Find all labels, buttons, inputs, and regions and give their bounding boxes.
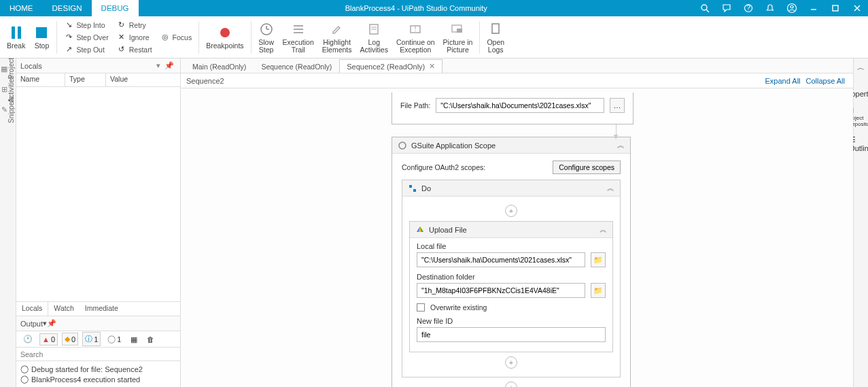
collapse-icon[interactable]: ︽ <box>600 224 607 235</box>
output-pin-icon[interactable]: 📌 <box>47 319 56 328</box>
browse-button[interactable]: … <box>610 98 625 113</box>
tab-design[interactable]: DESIGN <box>43 0 92 16</box>
col-type[interactable]: Type <box>65 73 106 86</box>
log-line[interactable]: ◯BlankProcess4 execution started <box>20 374 176 384</box>
filepath-input[interactable] <box>436 98 604 113</box>
locals-pin-icon[interactable]: 📌 <box>162 61 176 70</box>
btab-immediate[interactable]: Immediate <box>80 302 124 316</box>
break-button[interactable]: Break <box>3 18 29 57</box>
breakpoint-icon <box>217 24 233 41</box>
clock-icon <box>258 21 275 37</box>
trace-filter[interactable]: ◯1 <box>105 333 124 346</box>
add-activity-button[interactable]: + <box>505 205 517 217</box>
excel-scope-card[interactable]: File Path: … <box>392 92 633 124</box>
restart-button[interactable]: ↺Restart <box>113 44 156 56</box>
doc-tab-sequence2[interactable]: Sequence2 (ReadOnly)✕ <box>339 59 442 73</box>
canvas[interactable]: File Path: … GSuite Application Scope ︽ <box>181 88 853 387</box>
focus-button[interactable]: ◎Focus <box>156 31 196 44</box>
new-file-id-input[interactable] <box>417 327 606 342</box>
grid-view[interactable]: ▦ <box>128 333 140 346</box>
project-rail[interactable]: ▦Project <box>2 63 14 75</box>
restart-icon: ↺ <box>117 45 126 54</box>
doc-tab-sequence[interactable]: Sequence (ReadOnly) <box>254 60 339 73</box>
exception-icon: ! <box>407 21 423 37</box>
breakpoints-button[interactable]: Breakpoints <box>202 18 247 57</box>
add-activity-button[interactable]: + <box>505 356 517 369</box>
overwrite-checkbox[interactable] <box>417 303 425 312</box>
gsuite-scope-card[interactable]: GSuite Application Scope ︽ Configure OAu… <box>392 137 631 387</box>
step-out-button[interactable]: ↗Step Out <box>60 44 112 56</box>
log-activities-button[interactable]: Log Activities <box>356 18 392 57</box>
svg-rect-26 <box>457 29 462 33</box>
warn-filter[interactable]: ◆0 <box>62 333 78 346</box>
collapse-icon[interactable]: ︽ <box>607 183 614 193</box>
snippets-rail[interactable]: ✎Snippets <box>2 103 14 116</box>
user-icon[interactable] <box>781 0 803 16</box>
execution-trail-button[interactable]: Execution Trail <box>279 18 318 57</box>
maximize-button[interactable] <box>824 0 846 16</box>
file-icon <box>487 21 504 37</box>
help-icon[interactable]: ? <box>737 0 759 16</box>
btab-watch[interactable]: Watch <box>48 302 79 316</box>
col-name[interactable]: Name <box>16 73 65 86</box>
crumb-text[interactable]: Sequence2 <box>186 77 224 85</box>
continue-exception-button[interactable]: !Continue on Exception <box>392 18 439 57</box>
search-icon[interactable] <box>694 0 716 16</box>
retry-button[interactable]: ↻Retry <box>113 19 156 31</box>
clear-output[interactable]: 🗑 <box>144 333 157 346</box>
upload-file-card[interactable]: Upload File ︽ Local file 📁 <box>409 221 613 352</box>
pip-icon <box>449 21 466 37</box>
activities-rail[interactable]: ⊞Activities <box>2 83 14 95</box>
info-filter[interactable]: ⓘ1 <box>82 332 101 346</box>
tab-debug[interactable]: DEBUG <box>92 0 139 16</box>
output-log: ◯Debug started for file: Sequence2 ◯Blan… <box>16 361 180 387</box>
dest-folder-input[interactable] <box>417 283 585 298</box>
tab-home[interactable]: HOME <box>0 0 43 16</box>
expand-all[interactable]: Expand All <box>763 77 803 85</box>
ignore-button[interactable]: ✕Ignore <box>113 31 156 44</box>
svg-text:?: ? <box>746 3 750 12</box>
collapse-icon[interactable]: ︽ <box>617 140 625 150</box>
breadcrumb: Sequence2 Expand All Collapse All <box>181 73 853 88</box>
slow-step-button[interactable]: Slow Step <box>254 18 279 57</box>
right-rail: ︿ ⚙Properties ⊞Object Repository ☰Outlin… <box>853 58 868 387</box>
minimize-button[interactable] <box>803 0 824 16</box>
time-filter[interactable]: 🕐 <box>20 333 35 346</box>
svg-point-13 <box>220 28 230 37</box>
svg-point-28 <box>399 142 406 149</box>
stop-button[interactable]: Stop <box>29 18 54 57</box>
error-filter[interactable]: ▲0 <box>39 333 58 346</box>
picture-in-picture-button[interactable]: Picture in Picture <box>439 18 477 57</box>
configure-scopes-button[interactable]: Configure scopes <box>553 161 621 174</box>
svg-rect-11 <box>18 27 21 39</box>
notification-icon[interactable] <box>759 0 781 16</box>
locals-columns: Name Type Value <box>16 73 180 87</box>
svg-text:!: ! <box>415 24 417 33</box>
output-title: Output <box>20 320 43 328</box>
svg-rect-7 <box>833 5 838 11</box>
highlight-elements-button[interactable]: Highlight Elements <box>318 18 356 57</box>
step-into-button[interactable]: ↘Step Into <box>60 19 112 31</box>
doc-tab-main[interactable]: Main (ReadOnly) <box>185 60 254 73</box>
browse-folder-button[interactable]: 📁 <box>591 283 606 298</box>
locals-dropdown[interactable]: ▾ <box>154 61 162 70</box>
feedback-icon[interactable] <box>716 0 737 16</box>
col-value[interactable]: Value <box>106 73 180 86</box>
browse-folder-button[interactable]: 📁 <box>591 252 606 267</box>
open-logs-button[interactable]: Open Logs <box>483 18 508 57</box>
stop-icon <box>33 24 50 41</box>
log-line[interactable]: ◯Debug started for file: Sequence2 <box>20 364 176 374</box>
btab-locals[interactable]: Locals <box>16 302 48 316</box>
close-icon[interactable]: ✕ <box>429 62 435 71</box>
collapse-ribbon[interactable]: ︿ <box>857 63 865 73</box>
svg-rect-27 <box>492 24 499 33</box>
search-input[interactable] <box>16 348 180 360</box>
svg-rect-18 <box>294 29 303 30</box>
locals-tabs: Locals Watch Immediate <box>16 301 180 316</box>
close-button[interactable] <box>846 0 868 16</box>
do-card[interactable]: Do ︽ + Upload File ︽ <box>402 180 621 377</box>
step-over-button[interactable]: ↷Step Over <box>60 31 112 44</box>
collapse-all[interactable]: Collapse All <box>803 77 848 85</box>
local-file-input[interactable] <box>417 252 585 267</box>
add-activity-button[interactable]: + <box>505 382 517 387</box>
